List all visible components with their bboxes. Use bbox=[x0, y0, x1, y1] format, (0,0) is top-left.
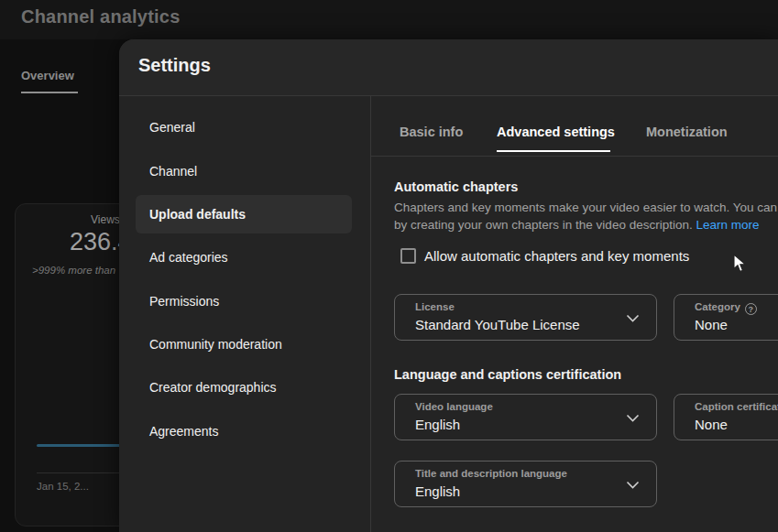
help-icon[interactable]: ? bbox=[745, 303, 757, 315]
dialog-title: Settings bbox=[138, 55, 211, 76]
settings-dialog: Settings General Channel Upload defaults… bbox=[119, 39, 778, 532]
category-label: Category? bbox=[695, 301, 757, 315]
chevron-down-icon bbox=[626, 314, 640, 322]
caption-certification-value: None bbox=[695, 417, 728, 432]
sidebar-item-creator-demographics[interactable]: Creator demographics bbox=[149, 375, 277, 400]
video-language-dropdown[interactable]: Video language English bbox=[394, 394, 657, 440]
caption-certification-label: Caption certification bbox=[695, 401, 778, 412]
category-value: None bbox=[695, 317, 728, 332]
sidebar-item-permissions[interactable]: Permissions bbox=[149, 288, 219, 314]
allow-chapters-checkbox-label: Allow automatic chapters and key moments bbox=[424, 248, 689, 264]
sidebar-item-general[interactable]: General bbox=[149, 114, 195, 140]
sidebar-item-ad-categories[interactable]: Ad categories bbox=[149, 244, 228, 270]
title-description-language-dropdown[interactable]: Title and description language English bbox=[394, 461, 657, 507]
automatic-chapters-heading: Automatic chapters bbox=[394, 179, 518, 194]
chapters-description-line1: Chapters and key moments make your video… bbox=[394, 201, 778, 214]
category-dropdown[interactable]: Category? None bbox=[674, 294, 778, 341]
tab-overview-underline bbox=[21, 92, 78, 93]
metric-comparison-text: >999% more than bbox=[32, 265, 115, 276]
chevron-down-icon bbox=[626, 481, 640, 489]
sidebar-divider bbox=[370, 96, 371, 532]
page-title: Channel analytics bbox=[21, 6, 180, 27]
video-language-value: English bbox=[415, 417, 460, 432]
chapters-description-line2: by creating your own chapters in the vid… bbox=[394, 218, 778, 232]
header-divider bbox=[119, 95, 778, 96]
sidebar-item-channel[interactable]: Channel bbox=[149, 158, 197, 184]
video-language-label: Video language bbox=[415, 401, 493, 412]
tab-advanced-settings[interactable]: Advanced settings bbox=[497, 125, 615, 139]
tabs-divider bbox=[370, 156, 778, 157]
license-dropdown[interactable]: License Standard YouTube License bbox=[394, 294, 657, 341]
language-section-heading: Language and captions certification bbox=[394, 367, 621, 382]
title-description-language-label: Title and description language bbox=[415, 468, 567, 479]
chart-axis-label: Jan 15, 2... bbox=[37, 481, 89, 492]
caption-certification-dropdown[interactable]: Caption certification None bbox=[674, 394, 778, 440]
chevron-down-icon bbox=[626, 414, 640, 422]
active-tab-underline bbox=[497, 150, 610, 152]
title-description-language-value: English bbox=[415, 483, 460, 499]
screen: Channel analytics Overview Views 236.4 >… bbox=[0, 0, 778, 532]
category-label-text: Category bbox=[695, 301, 740, 312]
tab-monetization[interactable]: Monetization bbox=[646, 125, 728, 139]
sidebar-item-agreements[interactable]: Agreements bbox=[149, 418, 218, 444]
metric-views-label: Views bbox=[91, 213, 120, 226]
chapters-description-line2-text: by creating your own chapters in the vid… bbox=[394, 218, 696, 232]
license-label: License bbox=[415, 301, 455, 312]
license-value: Standard YouTube License bbox=[415, 317, 580, 332]
sidebar-item-upload-defaults[interactable]: Upload defaults bbox=[149, 201, 246, 227]
dialog-header bbox=[119, 39, 778, 95]
tab-basic-info[interactable]: Basic info bbox=[400, 125, 463, 139]
sidebar-item-community-moderation[interactable]: Community moderation bbox=[149, 331, 282, 357]
tab-overview[interactable]: Overview bbox=[21, 69, 74, 82]
learn-more-link[interactable]: Learn more bbox=[696, 218, 759, 232]
allow-chapters-checkbox[interactable] bbox=[400, 248, 416, 264]
